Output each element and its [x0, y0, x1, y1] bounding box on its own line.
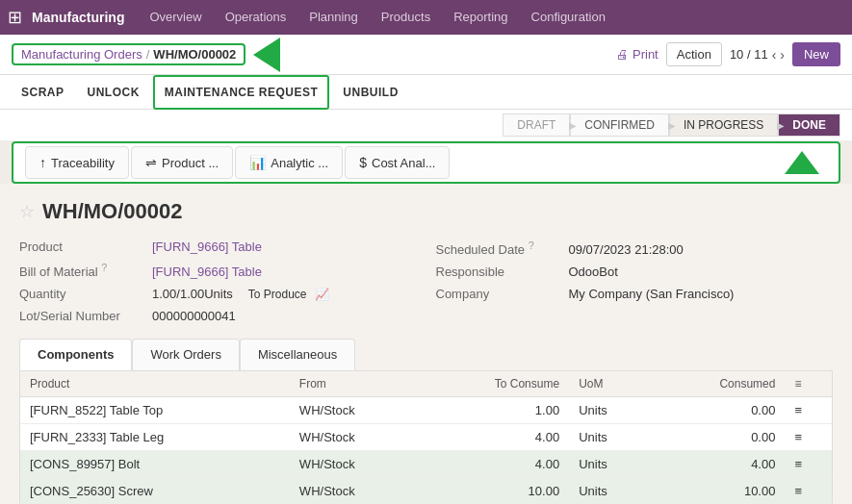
top-navigation: ⊞ Manufacturing Overview Operations Plan… [0, 0, 852, 35]
inner-tab-components[interactable]: Components [19, 339, 132, 370]
nav-overview[interactable]: Overview [140, 0, 211, 35]
scrap-button[interactable]: SCRAP [12, 75, 74, 110]
tab-cost[interactable]: $ Cost Anal... [345, 146, 450, 179]
inner-tab-miscellaneous[interactable]: Miscellaneous [240, 339, 355, 370]
cell-list-icon[interactable]: ≡ [785, 397, 832, 424]
bom-label: Bill of Material ? [19, 262, 144, 279]
status-draft[interactable]: DRAFT [503, 113, 570, 137]
cell-uom: Units [569, 397, 653, 424]
breadcrumb-current: WH/MO/00002 [153, 47, 236, 62]
left-arrow-icon [253, 38, 280, 72]
responsible-value: OdooBot [569, 265, 618, 279]
inner-tabs: Components Work Orders Miscellaneous [19, 339, 833, 370]
cell-uom: Units [569, 478, 653, 504]
action-bar: SCRAP UNLOCK MAINTENANCE REQUEST UNBUILD [0, 75, 852, 110]
scheduled-date-value: 09/07/2023 21:28:00 [569, 242, 684, 257]
cell-from: WH/Stock [290, 478, 422, 504]
th-uom: UoM [569, 371, 653, 397]
company-label: Company [436, 287, 561, 301]
mo-fields-left: Product [FURN_9666] Table Bill of Materi… [19, 239, 417, 323]
nav-operations[interactable]: Operations [216, 0, 297, 35]
status-confirmed[interactable]: CONFIRMED [570, 113, 669, 137]
maintenance-request-button[interactable]: MAINTENANCE REQUEST [153, 75, 330, 110]
components-table-container: Product From To Consume UoM Consumed ≡ [… [19, 370, 833, 504]
unlock-button[interactable]: UNLOCK [78, 75, 149, 110]
up-arrow-icon [785, 151, 819, 174]
cell-from: WH/Stock [290, 397, 422, 424]
product-label: Product [19, 239, 144, 254]
sub-header-right: 🖨 Print Action 10 / 11 ‹ › New [616, 42, 840, 66]
bom-field-row: Bill of Material ? [FURN_9666] Table [19, 262, 417, 279]
table-row: [CONS_25630] Screw WH/Stock 10.00 Units … [20, 478, 832, 504]
company-row: Company My Company (San Francisco) [436, 287, 834, 301]
bom-value[interactable]: [FURN_9666] Table [152, 265, 262, 279]
cell-consumed: 0.00 [653, 424, 785, 451]
breadcrumb-separator: / [146, 47, 150, 62]
status-steps: DRAFT CONFIRMED IN PROGRESS DONE [503, 113, 840, 137]
responsible-label: Responsible [436, 265, 561, 279]
cell-to-consume: 4.00 [422, 424, 570, 451]
nav-planning[interactable]: Planning [299, 0, 368, 35]
mo-fields-right: Scheduled Date ? 09/07/2023 21:28:00 Res… [436, 239, 834, 323]
cell-to-consume: 4.00 [422, 451, 570, 478]
cell-product: [CONS_89957] Bolt [20, 451, 290, 478]
main-content: ☆ WH/MO/00002 Product [FURN_9666] Table … [0, 184, 852, 504]
next-page-button[interactable]: › [780, 47, 785, 63]
cell-from: WH/Stock [290, 424, 422, 451]
cell-list-icon[interactable]: ≡ [785, 478, 832, 504]
inner-tab-work-orders[interactable]: Work Orders [132, 339, 239, 370]
print-button[interactable]: 🖨 Print [616, 47, 658, 62]
table-row: [FURN_8522] Table Top WH/Stock 1.00 Unit… [20, 397, 832, 424]
cell-consumed: 0.00 [653, 397, 785, 424]
pagination-count: 10 / 11 [730, 47, 768, 62]
product-field-row: Product [FURN_9666] Table [19, 239, 417, 254]
status-done[interactable]: DONE [778, 113, 840, 137]
unbuild-button[interactable]: UNBUILD [333, 75, 408, 110]
mo-fields: Product [FURN_9666] Table Bill of Materi… [19, 239, 833, 323]
cell-product: [CONS_25630] Screw [20, 478, 290, 504]
table-row: [CONS_89957] Bolt WH/Stock 4.00 Units 4.… [20, 451, 832, 478]
tab-analytic[interactable]: 📊 Analytic ... [235, 146, 343, 179]
lot-field-row: Lot/Serial Number 000000000041 [19, 309, 417, 323]
breadcrumb-link[interactable]: Manufacturing Orders [21, 47, 142, 62]
th-to-consume: To Consume [422, 371, 570, 397]
mo-title: WH/MO/00002 [42, 199, 183, 224]
tabs-row: ↑ Traceability ⇌ Product ... 📊 Analytic … [12, 141, 840, 184]
cell-consumed: 10.00 [653, 478, 785, 504]
status-bar: DRAFT CONFIRMED IN PROGRESS DONE [0, 110, 852, 141]
app-grid-icon[interactable]: ⊞ [8, 7, 22, 28]
to-produce-label: To Produce [248, 288, 307, 301]
left-arrow-annotation [253, 38, 280, 72]
cell-list-icon[interactable]: ≡ [785, 451, 832, 478]
components-table: Product From To Consume UoM Consumed ≡ [… [20, 371, 832, 504]
tab-product[interactable]: ⇌ Product ... [131, 146, 233, 179]
app-name: Manufacturing [32, 10, 124, 25]
status-in-progress[interactable]: IN PROGRESS [669, 113, 778, 137]
cell-uom: Units [569, 424, 653, 451]
cell-to-consume: 1.00 [422, 397, 570, 424]
mo-header: ☆ WH/MO/00002 [19, 199, 833, 224]
quantity-field-row: Quantity 1.00/1.00Units To Produce 📈 [19, 287, 417, 301]
cell-list-icon[interactable]: ≡ [785, 424, 832, 451]
nav-reporting[interactable]: Reporting [444, 0, 517, 35]
product-value[interactable]: [FURN_9666] Table [152, 239, 262, 254]
product-icon: ⇌ [145, 155, 157, 170]
responsible-row: Responsible OdooBot [436, 265, 834, 279]
th-consumed: Consumed [653, 371, 785, 397]
nav-configuration[interactable]: Configuration [522, 0, 615, 35]
action-button[interactable]: Action [666, 42, 722, 66]
favorite-star-icon[interactable]: ☆ [19, 201, 35, 222]
prev-page-button[interactable]: ‹ [772, 47, 777, 63]
nav-products[interactable]: Products [372, 0, 440, 35]
up-arrow-annotation [785, 151, 827, 174]
th-filter[interactable]: ≡ [785, 371, 832, 397]
tab-traceability[interactable]: ↑ Traceability [25, 146, 129, 179]
breadcrumb: Manufacturing Orders / WH/MO/00002 [12, 43, 245, 65]
traceability-icon: ↑ [39, 155, 46, 170]
th-product: Product [20, 371, 290, 397]
scheduled-date-row: Scheduled Date ? 09/07/2023 21:28:00 [436, 239, 834, 257]
quantity-chart-icon[interactable]: 📈 [315, 288, 329, 301]
new-button[interactable]: New [792, 42, 840, 66]
scheduled-date-label: Scheduled Date ? [436, 239, 561, 257]
cell-uom: Units [569, 451, 653, 478]
